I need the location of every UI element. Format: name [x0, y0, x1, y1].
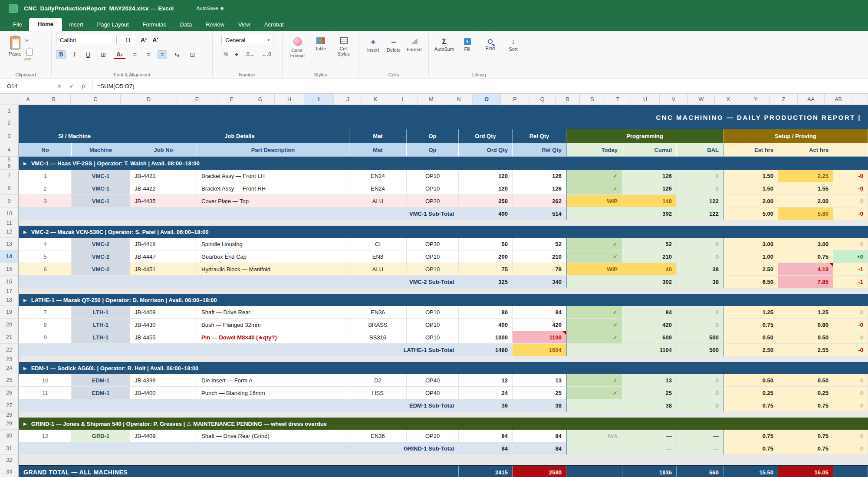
cell-no[interactable]: 3 — [19, 195, 72, 207]
cell-est-hrs[interactable]: 1.50 — [723, 170, 778, 182]
cell-part-description[interactable]: Spindle Housing — [197, 238, 349, 250]
cell-machine[interactable]: EDM-1 — [72, 374, 130, 387]
format-as-table-button[interactable]: Table — [310, 37, 331, 51]
subtotal-cumul[interactable]: 302 — [622, 276, 677, 288]
row-header[interactable]: 12 — [0, 105, 19, 129]
cell-no[interactable]: 5 — [19, 250, 72, 263]
column-header-D[interactable]: D — [121, 94, 177, 105]
cell-mat[interactable]: SS316 — [349, 331, 407, 344]
collapse-triangle-icon[interactable]: ▶ — [23, 298, 27, 303]
cell-rel-qty[interactable]: 78 — [513, 263, 566, 276]
cell-cumul[interactable]: 210 — [622, 250, 677, 263]
subtotal-rel-qty[interactable]: 340 — [513, 276, 566, 288]
col-header-part-description[interactable]: Part Description — [197, 143, 349, 157]
column-header-X[interactable]: X — [715, 94, 742, 105]
copy-icon[interactable] — [25, 47, 30, 53]
machine-band-vmc-2[interactable]: ▶VMC-2 — Mazak VCN-530C | Operator: S. P… — [19, 226, 868, 238]
font-color-button[interactable]: A▾ — [113, 50, 126, 59]
machine-band-edm-1[interactable]: ▶EDM-1 — Sodick AG60L | Operator: R. Hol… — [19, 362, 868, 374]
column-header-L[interactable]: L — [389, 94, 418, 105]
underline-button[interactable]: U — [83, 50, 93, 59]
column-header-V[interactable]: V — [660, 94, 688, 105]
subtotal-rel-qty[interactable]: 1604 — [513, 344, 566, 356]
tab-view[interactable]: View — [231, 18, 257, 31]
wrap-text-icon[interactable]: ⇆ — [171, 50, 183, 59]
autosum-button[interactable]: Σ AutoSum — [433, 38, 455, 52]
cell-rel-qty[interactable]: 52 — [513, 238, 566, 250]
cell-part-description[interactable]: Punch — Blanking 16mm — [197, 387, 349, 399]
bold-button[interactable]: B — [56, 50, 66, 59]
cell-job-no[interactable]: JB-4422 — [130, 182, 197, 195]
cell-rel-qty[interactable]: 262 — [513, 195, 566, 207]
column-header-partial[interactable] — [852, 94, 868, 105]
row-header[interactable]: 22 — [0, 344, 19, 356]
grand-total-today[interactable] — [566, 465, 622, 477]
cell-machine[interactable]: VMC-1 — [72, 195, 130, 207]
cell-cumul[interactable]: 420 — [622, 319, 677, 331]
row-header[interactable]: 4 — [0, 143, 19, 157]
cell-op[interactable]: OP10 — [407, 319, 459, 331]
cell-bal[interactable]: 38 — [677, 263, 723, 276]
grand-total-cumul[interactable]: 1836 — [622, 465, 677, 477]
grand-total-bal[interactable]: 660 — [677, 465, 723, 477]
insert-cells-button[interactable]: + Insert — [363, 38, 383, 53]
align-center-icon[interactable]: ≡ — [144, 50, 153, 59]
cell-styles-button[interactable]: Cell Styles — [333, 37, 354, 56]
cell-bal[interactable]: 0 — [677, 182, 723, 195]
cell-bal[interactable]: 0 — [677, 238, 723, 250]
row-header[interactable]: 56 — [0, 157, 19, 170]
cell-est-hrs[interactable]: 0.75 — [723, 319, 778, 331]
column-header-Z[interactable]: Z — [770, 94, 798, 105]
cell-ord-qty[interactable]: 80 — [459, 306, 513, 319]
row-header[interactable]: 12 — [0, 226, 19, 238]
cell-act-hrs[interactable]: 1.25 — [778, 306, 833, 319]
cell-op[interactable]: OP40 — [407, 374, 459, 387]
row-header[interactable]: 21 — [0, 331, 19, 344]
cell-variance[interactable]: +0 — [833, 250, 868, 263]
cell-variance[interactable]: 0 — [833, 195, 868, 207]
cell-job-no[interactable]: JB-4455 — [130, 331, 197, 344]
column-header-N[interactable]: N — [445, 94, 473, 105]
report-title-banner[interactable]: CNC MACHINING — DAILY PRODUCTION REPORT … — [19, 105, 868, 129]
row-header[interactable]: 3 — [0, 129, 19, 143]
subtotal-cumul[interactable]: — — [622, 442, 677, 455]
number-format-select[interactable]: General ▾ — [221, 35, 273, 45]
subtotal-est-hrs[interactable]: 2.50 — [723, 344, 778, 356]
col-header-bal[interactable]: BAL — [677, 143, 723, 157]
cell-variance[interactable]: 0 — [833, 306, 868, 319]
cell-rel-qty[interactable]: 84 — [513, 306, 566, 319]
row-header[interactable]: 14 — [0, 250, 19, 263]
cell-today[interactable]: ✓ — [566, 250, 622, 263]
cell-job-no[interactable]: JB-4447 — [130, 250, 197, 263]
col-header-op[interactable]: Op — [407, 143, 459, 157]
tab-home[interactable]: Home — [29, 18, 62, 31]
cell-act-hrs[interactable]: 3.00 — [778, 238, 833, 250]
cell-bal[interactable]: 500 — [677, 331, 723, 344]
cell-variance[interactable]: 0 — [833, 238, 868, 250]
cell-op[interactable]: OP20 — [407, 195, 459, 207]
collapse-triangle-icon[interactable]: ▶ — [23, 366, 27, 371]
cell-act-hrs[interactable]: 2.25 — [778, 170, 833, 182]
column-header-Q[interactable]: Q — [529, 94, 556, 105]
cell-op[interactable]: OP10 — [407, 182, 459, 195]
cell-mat[interactable]: EN36 — [349, 430, 407, 442]
cell-no[interactable]: 4 — [19, 238, 72, 250]
cell-no[interactable]: 9 — [19, 331, 72, 344]
tab-insert[interactable]: Insert — [62, 18, 90, 31]
cell-machine[interactable]: VMC-1 — [72, 170, 130, 182]
cell-cumul[interactable]: 600 — [622, 331, 677, 344]
row-header[interactable]: 29 — [0, 418, 19, 430]
column-header-J[interactable]: J — [334, 94, 362, 105]
column-header-Y[interactable]: Y — [742, 94, 770, 105]
tab-review[interactable]: Review — [199, 18, 231, 31]
group-header-ord-qty[interactable]: Ord Qty — [459, 129, 513, 143]
subtotal-today[interactable] — [566, 276, 622, 288]
subtotal-bal[interactable]: 122 — [677, 207, 723, 220]
cell-ord-qty[interactable]: 84 — [459, 430, 513, 442]
cell-variance[interactable]: -0 — [833, 170, 868, 182]
subtotal-label[interactable]: GRIND-1 Sub-Total — [19, 442, 459, 455]
subtotal-variance[interactable]: -0 — [833, 207, 868, 220]
subtotal-label[interactable]: LATHE-1 Sub-Total — [19, 344, 459, 356]
fill-button[interactable]: ▼ Fill — [456, 38, 478, 52]
column-header-T[interactable]: T — [605, 94, 631, 105]
